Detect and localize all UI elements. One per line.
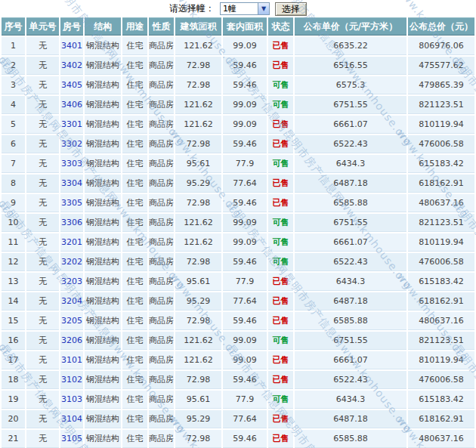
cell-area: 72.98 [175, 57, 221, 75]
cell-structure: 钢混结构 [85, 312, 121, 330]
cell-nature: 商品房 [149, 214, 174, 232]
cell-room-link[interactable]: 3102 [60, 371, 83, 389]
table-row: 5 无 3301 钢混结构 住宅 商品房 121.62 99.09 已售 666… [2, 116, 474, 134]
cell-index: 15 [2, 312, 25, 330]
cell-room-link[interactable]: 3402 [60, 57, 83, 75]
cell-nature: 商品房 [149, 410, 174, 428]
cell-room-link[interactable]: 3401 [60, 37, 83, 55]
cell-room-link[interactable]: 3101 [60, 351, 83, 369]
cell-use: 住宅 [122, 96, 147, 114]
cell-unit: 无 [26, 214, 59, 232]
cell-status-badge: 可售 [268, 233, 293, 252]
cell-unit: 无 [26, 155, 59, 173]
cell-room-link[interactable]: 3204 [60, 292, 83, 311]
cell-room-link[interactable]: 3202 [60, 253, 83, 271]
chevron-down-icon[interactable]: ▼ [258, 3, 269, 14]
cell-unit: 无 [26, 332, 59, 350]
cell-room-link[interactable]: 3205 [60, 312, 83, 330]
cell-nature: 商品房 [149, 430, 174, 448]
cell-total-price: 810119.94 [408, 233, 474, 252]
cell-unit: 无 [26, 273, 59, 291]
cell-total-price: 476006.58 [408, 371, 474, 389]
cell-structure: 钢混结构 [85, 214, 121, 232]
cell-index: 9 [2, 194, 25, 212]
cell-structure: 钢混结构 [85, 175, 121, 193]
table-row: 10 无 3306 钢混结构 住宅 商品房 121.62 99.09 可售 67… [2, 214, 474, 232]
cell-structure: 钢混结构 [85, 57, 121, 75]
cell-area: 121.62 [175, 116, 221, 134]
cell-room-link[interactable]: 3103 [60, 391, 83, 409]
cell-status-badge: 可售 [268, 155, 293, 173]
cell-structure: 钢混结构 [85, 194, 121, 212]
cell-room-link[interactable]: 3201 [60, 233, 83, 252]
table-row: 7 无 3303 钢混结构 住宅 商品房 95.61 77.9 可售 6434.… [2, 155, 474, 173]
housing-listing-page: www.kmhouse.org昆明市房产信息网www.kmhouse.org昆明… [0, 0, 476, 448]
cell-unit-price: 6585.88 [295, 430, 406, 448]
cell-unit: 无 [26, 116, 59, 134]
cell-use: 住宅 [122, 410, 147, 428]
cell-status-badge: 已售 [268, 37, 293, 55]
cell-room-link[interactable]: 3301 [60, 116, 83, 134]
cell-unit-price: 6635.22 [295, 37, 406, 55]
cell-room-link[interactable]: 3305 [60, 194, 83, 212]
cell-use: 住宅 [122, 155, 147, 173]
cell-total-price: 480637.16 [408, 194, 474, 212]
cell-unit: 无 [26, 253, 59, 271]
cell-nature: 商品房 [149, 57, 174, 75]
cell-room-link[interactable]: 3405 [60, 76, 83, 94]
cell-unit-price: 6751.55 [295, 96, 406, 114]
cell-unit-price: 6522.43 [295, 371, 406, 389]
cell-status-badge: 已售 [268, 371, 293, 389]
cell-room-link[interactable]: 3303 [60, 155, 83, 173]
table-row: 11 无 3201 钢混结构 住宅 商品房 121.62 99.09 可售 66… [2, 233, 474, 252]
cell-inner-area: 99.09 [223, 233, 267, 252]
cell-unit: 无 [26, 175, 59, 193]
table-header-row: 序号 单元号 房号 结构 用途 性质 建筑面积 套内面积 状态 公布单价（元/平… [2, 17, 474, 36]
cell-nature: 商品房 [149, 253, 174, 271]
cell-nature: 商品房 [149, 37, 174, 55]
cell-use: 住宅 [122, 116, 147, 134]
cell-area: 121.62 [175, 233, 221, 252]
cell-area: 95.29 [175, 410, 221, 428]
cell-room-link[interactable]: 3105 [60, 430, 83, 448]
cell-unit-price: 6434.3 [295, 155, 406, 173]
select-button[interactable]: 选择 [275, 2, 307, 16]
cell-area: 95.61 [175, 155, 221, 173]
cell-status-badge: 可售 [268, 391, 293, 409]
cell-area: 95.61 [175, 273, 221, 291]
cell-use: 住宅 [122, 391, 147, 409]
cell-structure: 钢混结构 [85, 96, 121, 114]
cell-room-link[interactable]: 3104 [60, 410, 83, 428]
cell-unit-price: 6575.3 [295, 76, 406, 94]
cell-index: 12 [2, 253, 25, 271]
cell-index: 11 [2, 233, 25, 252]
cell-room-link[interactable]: 3306 [60, 214, 83, 232]
cell-use: 住宅 [122, 253, 147, 271]
cell-structure: 钢混结构 [85, 76, 121, 94]
building-select-dropdown[interactable]: 1幢 ▼ [220, 2, 270, 15]
cell-index: 3 [2, 76, 25, 94]
cell-room-link[interactable]: 3203 [60, 273, 83, 291]
cell-area: 72.98 [175, 194, 221, 212]
cell-inner-area: 99.09 [223, 351, 267, 369]
cell-status-badge: 已售 [268, 292, 293, 311]
cell-index: 4 [2, 96, 25, 114]
cell-area: 121.62 [175, 37, 221, 55]
cell-status-badge: 已售 [268, 273, 293, 291]
cell-inner-area: 99.09 [223, 37, 267, 55]
cell-area: 72.98 [175, 371, 221, 389]
cell-room-link[interactable]: 3406 [60, 96, 83, 114]
cell-nature: 商品房 [149, 155, 174, 173]
cell-room-link[interactable]: 3206 [60, 332, 83, 350]
cell-unit-price: 6434.3 [295, 391, 406, 409]
cell-index: 1 [2, 37, 25, 55]
cell-room-link[interactable]: 3304 [60, 175, 83, 193]
cell-index: 21 [2, 430, 25, 448]
cell-total-price: 806976.06 [408, 37, 474, 55]
cell-structure: 钢混结构 [85, 135, 121, 153]
cell-nature: 商品房 [149, 135, 174, 153]
cell-status-badge: 已售 [268, 116, 293, 134]
cell-room-link[interactable]: 3302 [60, 135, 83, 153]
cell-index: 17 [2, 351, 25, 369]
cell-inner-area: 59.46 [223, 135, 267, 153]
